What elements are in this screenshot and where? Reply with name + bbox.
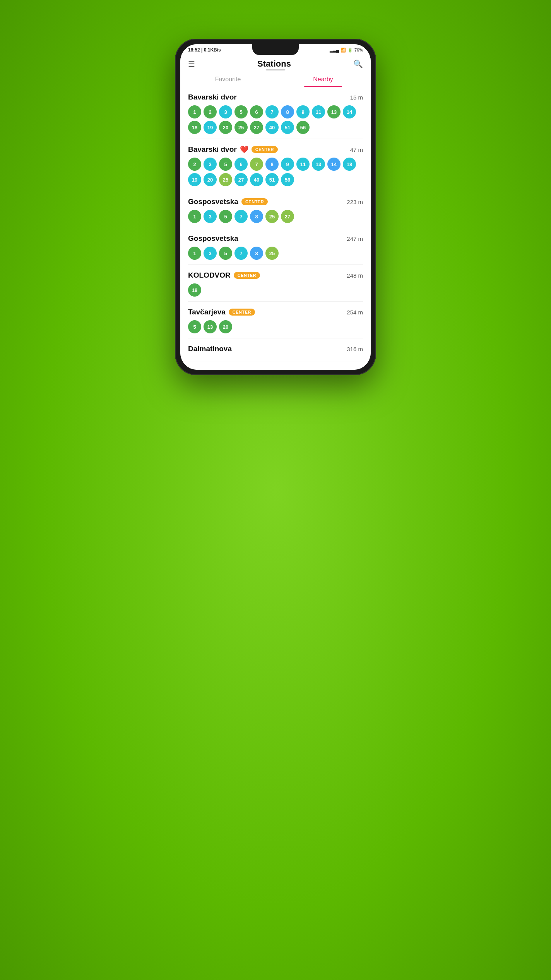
line-badge[interactable]: 9 xyxy=(281,158,294,171)
line-badge[interactable]: 8 xyxy=(250,247,263,260)
line-badge[interactable]: 6 xyxy=(250,105,263,118)
line-badge[interactable]: 8 xyxy=(281,105,294,118)
battery-icon: 🔋 xyxy=(347,48,353,53)
tab-bar: Favourite Nearby xyxy=(180,69,371,87)
center-badge: CENTER xyxy=(252,146,278,153)
line-badge[interactable]: 25 xyxy=(219,173,232,186)
line-badge[interactable]: 3 xyxy=(219,105,232,118)
line-badge[interactable]: 7 xyxy=(234,210,248,223)
line-badge[interactable]: 40 xyxy=(250,173,263,186)
lines-row: 23567891113141819202527405156 xyxy=(188,158,363,186)
lines-row: 1357825 xyxy=(188,247,363,260)
line-badge[interactable]: 19 xyxy=(204,121,217,134)
station-item[interactable]: Dalmatinova316 m xyxy=(188,338,363,362)
line-badge[interactable]: 13 xyxy=(327,105,341,118)
notch xyxy=(252,44,299,55)
phone-screen: 18:52 | 0.1KB/s ▂▃▄ 📶 🔋 76% ☰ Stations 🔍… xyxy=(180,44,371,370)
station-distance: 15 m xyxy=(350,94,363,101)
station-name: Gosposvetska xyxy=(188,197,238,206)
page-title: Stations xyxy=(257,59,291,69)
line-badge[interactable]: 8 xyxy=(265,158,279,171)
center-badge: CENTER xyxy=(229,309,255,316)
line-badge[interactable]: 14 xyxy=(343,105,356,118)
line-badge[interactable]: 20 xyxy=(204,173,217,186)
line-badge[interactable]: 19 xyxy=(188,173,201,186)
line-badge[interactable]: 27 xyxy=(234,173,248,186)
line-badge[interactable]: 51 xyxy=(281,121,294,134)
line-badge[interactable]: 7 xyxy=(234,247,248,260)
station-item[interactable]: Bavarski dvor❤️CENTER47 m235678911131418… xyxy=(188,139,363,191)
line-badge[interactable]: 27 xyxy=(250,121,263,134)
station-item[interactable]: TavčarjevaCENTER254 m51320 xyxy=(188,302,363,338)
status-time: 18:52 | 0.1KB/s xyxy=(188,47,221,53)
line-badge[interactable]: 7 xyxy=(250,158,263,171)
line-badge[interactable]: 8 xyxy=(250,210,263,223)
line-badge[interactable]: 25 xyxy=(265,247,279,260)
line-badge[interactable]: 6 xyxy=(234,158,248,171)
phone-frame: 18:52 | 0.1KB/s ▂▃▄ 📶 🔋 76% ☰ Stations 🔍… xyxy=(175,39,376,375)
line-badge[interactable]: 1 xyxy=(188,105,201,118)
station-item[interactable]: GosposvetskaCENTER223 m135782527 xyxy=(188,191,363,228)
wifi-icon: 📶 xyxy=(341,48,346,53)
station-name: Bavarski dvor xyxy=(188,145,237,154)
line-badge[interactable]: 3 xyxy=(204,158,217,171)
lines-row: 18 xyxy=(188,283,363,297)
line-badge[interactable]: 5 xyxy=(234,105,248,118)
station-name: Dalmatinova xyxy=(188,345,232,353)
line-badge[interactable]: 56 xyxy=(296,121,310,134)
line-badge[interactable]: 5 xyxy=(219,247,232,260)
status-icons: ▂▃▄ 📶 🔋 76% xyxy=(330,48,363,53)
station-distance: 247 m xyxy=(347,235,363,242)
station-item[interactable]: Gosposvetska247 m1357825 xyxy=(188,228,363,265)
line-badge[interactable]: 1 xyxy=(188,247,201,260)
line-badge[interactable]: 13 xyxy=(312,158,325,171)
tab-favourite[interactable]: Favourite xyxy=(180,72,276,87)
station-distance: 316 m xyxy=(347,346,363,352)
line-badge[interactable]: 18 xyxy=(188,283,201,297)
center-badge: CENTER xyxy=(234,272,260,279)
status-bar: 18:52 | 0.1KB/s ▂▃▄ 📶 🔋 76% xyxy=(180,44,371,54)
tab-nearby[interactable]: Nearby xyxy=(276,72,371,87)
line-badge[interactable]: 5 xyxy=(219,210,232,223)
line-badge[interactable]: 25 xyxy=(265,210,279,223)
station-item[interactable]: Bavarski dvor15 m12356789111314181920252… xyxy=(188,87,363,139)
station-name: KOLODVOR xyxy=(188,271,231,280)
line-badge[interactable]: 25 xyxy=(234,121,248,134)
line-badge[interactable]: 1 xyxy=(188,210,201,223)
line-badge[interactable]: 13 xyxy=(204,320,217,333)
menu-icon[interactable]: ☰ xyxy=(188,59,195,69)
station-name: Bavarski dvor xyxy=(188,93,237,101)
search-icon[interactable]: 🔍 xyxy=(353,59,363,69)
tab-scroll-indicator xyxy=(266,69,285,70)
lines-row: 51320 xyxy=(188,320,363,333)
line-badge[interactable]: 14 xyxy=(327,158,341,171)
line-badge[interactable]: 3 xyxy=(204,247,217,260)
station-distance: 254 m xyxy=(347,309,363,316)
station-name: Tavčarjeva xyxy=(188,308,226,316)
station-distance: 248 m xyxy=(347,272,363,279)
line-badge[interactable]: 18 xyxy=(343,158,356,171)
line-badge[interactable]: 11 xyxy=(312,105,325,118)
line-badge[interactable]: 7 xyxy=(265,105,279,118)
line-badge[interactable]: 27 xyxy=(281,210,294,223)
signal-icon: ▂▃▄ xyxy=(330,48,339,53)
station-item[interactable]: KOLODVORCENTER248 m18 xyxy=(188,265,363,302)
line-badge[interactable]: 3 xyxy=(204,210,217,223)
line-badge[interactable]: 40 xyxy=(265,121,279,134)
line-badge[interactable]: 5 xyxy=(219,158,232,171)
line-badge[interactable]: 5 xyxy=(188,320,201,333)
line-badge[interactable]: 51 xyxy=(265,173,279,186)
line-badge[interactable]: 2 xyxy=(204,105,217,118)
favourite-icon[interactable]: ❤️ xyxy=(240,145,248,154)
line-badge[interactable]: 2 xyxy=(188,158,201,171)
battery-percent: 76% xyxy=(354,48,363,52)
line-badge[interactable]: 20 xyxy=(219,320,232,333)
station-distance: 223 m xyxy=(347,199,363,205)
lines-row: 123567891113141819202527405156 xyxy=(188,105,363,134)
line-badge[interactable]: 18 xyxy=(188,121,201,134)
line-badge[interactable]: 56 xyxy=(281,173,294,186)
station-list: Bavarski dvor15 m12356789111314181920252… xyxy=(180,87,371,370)
line-badge[interactable]: 11 xyxy=(296,158,310,171)
line-badge[interactable]: 20 xyxy=(219,121,232,134)
line-badge[interactable]: 9 xyxy=(296,105,310,118)
